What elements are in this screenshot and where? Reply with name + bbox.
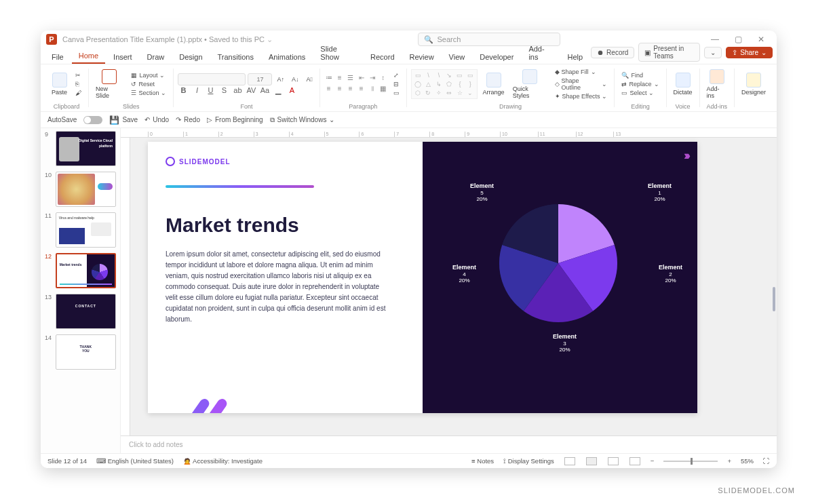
thumb-slide-11[interactable]: Virus and malware help — [56, 212, 116, 248]
cut-button[interactable]: ✂ — [73, 71, 84, 79]
tab-view[interactable]: View — [442, 50, 472, 64]
fit-to-window-button[interactable]: ⛶ — [763, 457, 770, 465]
shape-outline-button[interactable]: ◇ Shape Outline ⌄ — [552, 77, 610, 92]
section-button[interactable]: ☰ Section ⌄ — [128, 89, 169, 97]
watermark: SLIDEMODEL.COM — [718, 486, 795, 495]
font-color-button[interactable]: A — [286, 86, 297, 95]
tab-home[interactable]: Home — [72, 49, 105, 64]
paste-button[interactable]: Paste — [49, 71, 70, 97]
shapes-gallery[interactable]: ▭\\↘▭▭ ◯△↳⬠{} ⬡↻✧⇔☆⌄ — [411, 69, 478, 99]
status-notes-button[interactable]: ≡ Notes — [471, 457, 494, 465]
zoom-slider[interactable] — [663, 461, 718, 462]
zoom-out-button[interactable]: − — [651, 457, 655, 465]
tab-review[interactable]: Review — [403, 50, 441, 64]
status-accessibility[interactable]: 🙍 Accessibility: Investigate — [183, 457, 263, 465]
work-area: 9 Digital Service Cloud platform 10 11 V… — [41, 128, 777, 453]
new-slide-button[interactable]: New Slide — [93, 68, 125, 100]
shape-fill-button[interactable]: ◆ Shape Fill ⌄ — [552, 68, 610, 76]
view-reading-button[interactable] — [608, 457, 619, 465]
share-button[interactable]: ⇪ Share ⌄ — [726, 47, 773, 58]
thumb-slide-13[interactable]: CONTACT — [56, 294, 116, 329]
thumb-slide-12[interactable]: Market trends — [56, 253, 116, 288]
slide-thumbnails-panel[interactable]: 9 Digital Service Cloud platform 10 11 V… — [41, 128, 121, 453]
highlight-button[interactable]: ▁ — [273, 86, 284, 95]
slide-canvas[interactable]: SLIDEMODEL Market trends Lorem ipsum dol… — [148, 142, 697, 413]
qat-switch-windows-button[interactable]: ⧉ Switch Windows ⌄ — [270, 116, 335, 124]
thumb-slide-14[interactable]: THANKYOU — [56, 334, 116, 370]
font-size-combo[interactable]: 17 — [248, 73, 272, 85]
smartart-button[interactable]: ▭ — [391, 89, 402, 97]
thumb-slide-10[interactable] — [56, 172, 116, 207]
group-voice-label: Voice — [671, 103, 695, 110]
notes-pane[interactable]: Click to add notes — [121, 435, 777, 453]
slide-title[interactable]: Market trends — [166, 214, 405, 237]
tab-design[interactable]: Design — [172, 50, 209, 64]
autosave-toggle[interactable] — [83, 116, 102, 124]
tab-animations[interactable]: Animations — [262, 50, 312, 64]
strike-button[interactable]: S — [218, 86, 229, 95]
paragraph-tools[interactable]: ≔≡☰⇤⇥↕ ≡≡≡≡⫴▦ — [324, 74, 388, 94]
slide-brand: SLIDEMODEL — [166, 157, 405, 166]
slide-body-text[interactable]: Lorem ipsum dolor sit amet, consectetur … — [166, 249, 389, 325]
group-slides-label: Slides — [93, 103, 169, 110]
replace-button[interactable]: ⇄ Replace ⌄ — [619, 80, 661, 88]
qat-from-beginning-button[interactable]: ▷ From Beginning — [207, 116, 263, 123]
decrease-font-button[interactable]: A↓ — [289, 75, 302, 83]
pie-chart[interactable] — [499, 204, 617, 322]
tab-draw[interactable]: Draw — [140, 50, 172, 64]
quick-styles-button[interactable]: Quick Styles — [510, 68, 549, 100]
tab-addins[interactable]: Add-ins — [522, 42, 559, 64]
zoom-in-button[interactable]: + — [727, 457, 731, 465]
pie-label-2: Element220% — [659, 264, 682, 284]
record-button[interactable]: ⏺ Record — [591, 47, 634, 58]
view-slideshow-button[interactable] — [629, 457, 640, 465]
tab-developer[interactable]: Developer — [473, 50, 520, 64]
align-text-button[interactable]: ⊟ — [391, 80, 402, 88]
qat-undo-button[interactable]: ↶ Undo — [144, 116, 169, 123]
shape-effects-button[interactable]: ✦ Shape Effects ⌄ — [552, 92, 610, 100]
text-direction-button[interactable]: ⤢ — [391, 71, 402, 79]
thumb-slide-9[interactable]: Digital Service Cloud platform — [56, 131, 116, 166]
tab-insert[interactable]: Insert — [106, 50, 139, 64]
format-painter-button[interactable]: 🖌 — [73, 89, 84, 97]
editor-canvas-area: 012345678910111213 SLIDEMODEL Market tre… — [121, 128, 777, 453]
italic-button[interactable]: I — [191, 86, 202, 95]
qat-save-button[interactable]: 💾Save — [109, 115, 138, 125]
status-display-settings[interactable]: ⟟ Display Settings — [503, 457, 554, 465]
bold-button[interactable]: B — [178, 86, 189, 95]
clear-format-button[interactable]: A⃠ — [303, 75, 315, 83]
underline-button[interactable]: U — [205, 86, 216, 95]
zoom-level[interactable]: 55% — [741, 457, 754, 465]
view-normal-button[interactable] — [564, 457, 575, 465]
group-editing-label: Editing — [619, 103, 661, 110]
slide-left-content: SLIDEMODEL Market trends Lorem ipsum dol… — [148, 142, 423, 413]
increase-font-button[interactable]: A↑ — [274, 75, 287, 83]
reset-button[interactable]: ↺ Reset — [128, 80, 169, 88]
status-slide-number: Slide 12 of 14 — [47, 457, 87, 465]
copy-button[interactable]: ⎘ — [73, 80, 84, 88]
vertical-scrollbar[interactable] — [773, 287, 775, 311]
find-button[interactable]: 🔍 Find — [619, 71, 661, 79]
present-teams-button[interactable]: ▣ Present in Teams — [638, 43, 700, 62]
collapse-ribbon-button[interactable]: ⌄ — [704, 47, 722, 58]
group-paragraph-label: Paragraph — [324, 103, 402, 110]
dictate-button[interactable]: Dictate — [671, 71, 695, 97]
tab-record[interactable]: Record — [364, 50, 401, 64]
shadow-button[interactable]: ab — [232, 86, 243, 95]
arrange-button[interactable]: Arrange — [480, 71, 507, 97]
font-family-combo[interactable] — [178, 73, 246, 85]
qat-redo-button[interactable]: ↷ Redo — [176, 116, 200, 123]
addins-button[interactable]: Add-ins — [704, 68, 730, 100]
tab-file[interactable]: File — [45, 50, 71, 64]
view-sorter-button[interactable] — [586, 457, 597, 465]
pie-label-4: Element420% — [452, 264, 476, 284]
layout-button[interactable]: ▦ Layout ⌄ — [128, 71, 169, 79]
tab-slideshow[interactable]: Slide Show — [313, 42, 362, 64]
designer-button[interactable]: Designer — [739, 71, 769, 97]
status-language[interactable]: ⌨ English (United States) — [96, 457, 174, 465]
char-spacing-button[interactable]: AV — [246, 86, 256, 95]
tab-transitions[interactable]: Transitions — [211, 50, 260, 64]
tab-help[interactable]: Help — [560, 50, 589, 64]
select-button[interactable]: ▭ Select ⌄ — [619, 89, 661, 97]
change-case-button[interactable]: Aa — [259, 86, 270, 95]
